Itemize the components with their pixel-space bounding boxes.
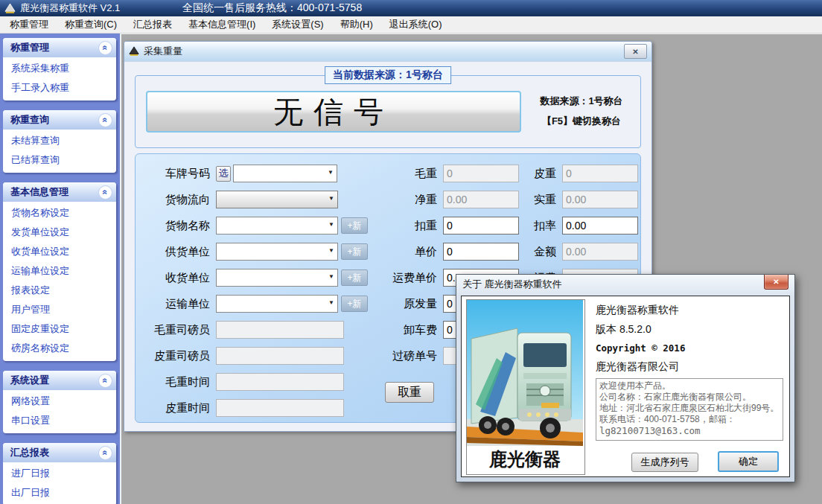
- collapse-icon[interactable]: «: [98, 41, 112, 55]
- truck-image: 鹿光衡器: [466, 299, 585, 475]
- sidebar-item-report-config[interactable]: 报表设定: [3, 281, 116, 300]
- take-weight-button[interactable]: 取重: [385, 382, 434, 403]
- supplier-label: 供货单位: [136, 245, 210, 259]
- sidebar-header-label: 系统设置: [10, 374, 49, 387]
- goods-name-new-button[interactable]: +新: [341, 217, 368, 234]
- about-dialog: 关于 鹿光衡器称重软件 ✕: [456, 274, 795, 482]
- collapse-icon[interactable]: «: [98, 113, 112, 127]
- sidebar-panel-summary-report: 汇总报表 « 进厂日报 出厂日报: [3, 443, 116, 504]
- sidebar-header-label: 称重查询: [10, 113, 49, 127]
- gross-time-input: [216, 373, 344, 391]
- panel-body: 系统采集称重 手工录入称重: [3, 57, 116, 101]
- sidebar-header-label: 汇总报表: [10, 446, 49, 459]
- chevron-down-icon: ▼: [328, 273, 334, 280]
- sidebar-header-weighing-query[interactable]: 称重查询 «: [3, 110, 116, 130]
- sidebar-panel-weighing-query: 称重查询 « 未结算查询 已结算查询: [3, 110, 116, 173]
- net-weight-input: [443, 191, 519, 208]
- supplier-combobox[interactable]: ▼: [216, 243, 338, 261]
- goods-flow-label: 货物流向: [136, 193, 210, 207]
- sidebar-item-manual-entry[interactable]: 手工录入称重: [3, 78, 116, 98]
- gross-operator-input: [216, 321, 344, 339]
- deduct-rate-input[interactable]: [562, 217, 638, 235]
- transport-combobox[interactable]: ▼: [216, 295, 338, 313]
- signal-display: 无信号: [146, 91, 521, 133]
- sidebar-item-scale-house[interactable]: 磅房名称设定: [3, 339, 116, 358]
- about-dialog-content: 鹿光衡器 鹿光衡器称重软件 版本 8.5.2.0 Copyright © 201…: [461, 296, 790, 477]
- generate-serial-button[interactable]: 生成序列号: [631, 453, 698, 472]
- supplier-new-button[interactable]: +新: [341, 243, 368, 260]
- form-row-flow: 货物流向 ▼: [136, 191, 338, 208]
- deduct-weight-input[interactable]: [443, 217, 519, 235]
- sidebar-item-unsettled-query[interactable]: 未结算查询: [3, 131, 116, 150]
- menu-summary-report[interactable]: 汇总报表: [125, 16, 180, 34]
- gross-operator-label: 毛重司磅员: [136, 323, 210, 337]
- collapse-icon[interactable]: «: [98, 185, 112, 200]
- collapse-icon[interactable]: «: [98, 374, 112, 388]
- hotline-text: 全国统一售后服务热线：400-071-5758: [182, 1, 362, 15]
- sidebar-item-serial-port[interactable]: 串口设置: [3, 411, 116, 430]
- net-weight-label: 净重: [374, 193, 437, 207]
- sidebar-item-receiver[interactable]: 收货单位设定: [3, 242, 116, 261]
- chevron-down-icon: ▼: [328, 299, 334, 306]
- form-row-gross-weight: 毛重: [374, 165, 519, 182]
- tare-operator-label: 皮重司磅员: [136, 349, 210, 363]
- sidebar-panel-system-settings: 系统设置 « 网络设置 串口设置: [3, 371, 116, 433]
- tare-weight-input: [562, 165, 638, 182]
- sidebar-panel-basic-info: 基本信息管理 « 货物名称设定 发货单位设定 收货单位设定 运输单位设定 报表设…: [3, 182, 116, 361]
- app-logo-icon: [4, 3, 16, 14]
- sidebar-item-settled-query[interactable]: 已结算查询: [3, 150, 116, 170]
- form-row-deduct-rate: 扣率: [515, 217, 638, 235]
- form-row-vehicle: 车牌号码 选 ▼: [136, 165, 337, 182]
- sidebar-item-fixed-tare[interactable]: 固定皮重设定: [3, 319, 116, 339]
- dialog-close-icon[interactable]: ✕: [764, 275, 788, 290]
- capture-window-titlebar[interactable]: 采集重量 ✕: [124, 42, 651, 62]
- sidebar-item-shipper[interactable]: 发货单位设定: [3, 223, 116, 242]
- vehicle-select-button[interactable]: 选: [216, 166, 231, 182]
- vehicle-number-combobox[interactable]: ▼: [233, 165, 337, 182]
- sidebar-header-basic-info[interactable]: 基本信息管理 «: [3, 182, 116, 202]
- menu-weighing-query[interactable]: 称重查询(C): [57, 16, 125, 34]
- sidebar-item-system-capture[interactable]: 系统采集称重: [3, 59, 116, 78]
- sidebar-item-outbound-daily[interactable]: 出厂日报: [3, 483, 116, 503]
- menu-weighing-manage[interactable]: 称重管理: [1, 16, 57, 34]
- menu-system-settings[interactable]: 系统设置(S): [264, 16, 331, 34]
- form-row-unit-price: 单价: [374, 243, 519, 261]
- unit-price-input[interactable]: [443, 243, 519, 261]
- about-dialog-titlebar[interactable]: 关于 鹿光衡器称重软件: [456, 275, 794, 294]
- sidebar-item-user-manage[interactable]: 用户管理: [3, 300, 116, 319]
- sidebar-header-label: 称重管理: [10, 41, 49, 54]
- goods-name-combobox[interactable]: ▼: [216, 217, 338, 235]
- source-info-line2: 【F5】键切换称台: [526, 111, 637, 131]
- goods-flow-combobox[interactable]: ▼: [216, 191, 338, 208]
- sidebar-item-network[interactable]: 网络设置: [3, 392, 116, 411]
- sidebar-item-transport[interactable]: 运输单位设定: [3, 261, 116, 281]
- about-copyright: Copyright © 2016: [596, 342, 685, 354]
- about-product-name: 鹿光衡器称重软件: [596, 304, 679, 317]
- window-logo-icon: [129, 46, 139, 57]
- ok-button[interactable]: 确定: [718, 451, 779, 472]
- menu-exit[interactable]: 退出系统(O): [381, 16, 450, 34]
- sidebar-header-summary-report[interactable]: 汇总报表 «: [3, 443, 116, 462]
- collapse-icon[interactable]: «: [98, 446, 112, 460]
- gross-weight-input: [443, 165, 519, 182]
- app-titlebar[interactable]: 鹿光衡器称重软件 V2.1 全国统一售后服务热线：400-071-5758: [0, 0, 822, 16]
- gross-weight-label: 毛重: [374, 167, 437, 181]
- panel-body: 未结算查询 已结算查询: [3, 130, 116, 173]
- sidebar-header-weighing-manage[interactable]: 称重管理 «: [3, 38, 116, 57]
- menu-basic-info[interactable]: 基本信息管理(I): [180, 16, 264, 34]
- transport-new-button[interactable]: +新: [341, 296, 368, 312]
- form-row-receiver: 收货单位 ▼ +新: [136, 269, 368, 287]
- unit-price-label: 单价: [374, 245, 437, 259]
- receiver-new-button[interactable]: +新: [341, 269, 368, 286]
- form-row-gross-operator: 毛重司磅员: [136, 321, 344, 339]
- sidebar-header-system-settings[interactable]: 系统设置 «: [3, 371, 116, 390]
- close-icon[interactable]: ✕: [624, 44, 647, 59]
- transport-label: 运输单位: [136, 297, 210, 311]
- amount-label: 金额: [515, 245, 556, 259]
- chevron-down-icon: ▼: [328, 195, 334, 202]
- sidebar-item-inbound-daily[interactable]: 进厂日报: [3, 464, 116, 483]
- receiver-combobox[interactable]: ▼: [216, 269, 338, 287]
- menu-help[interactable]: 帮助(H): [332, 16, 381, 34]
- freight-price-label: 运费单价: [374, 271, 437, 285]
- sidebar-item-goods-name[interactable]: 货物名称设定: [3, 203, 116, 223]
